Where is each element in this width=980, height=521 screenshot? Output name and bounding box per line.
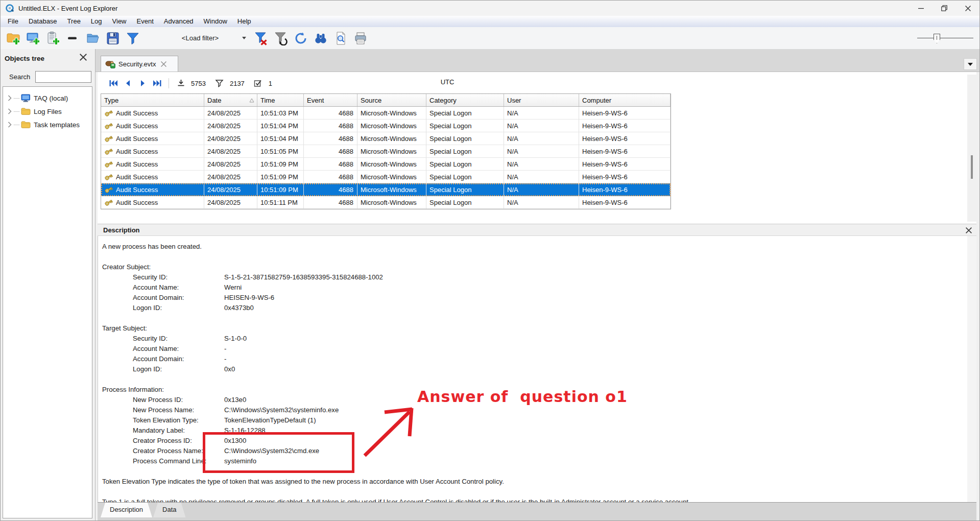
table-row[interactable]: Audit Success 24/08/2025 10:51:03 PM 468… <box>101 107 671 120</box>
find-button[interactable] <box>312 30 329 47</box>
table-row[interactable]: Audit Success 24/08/2025 10:51:04 PM 468… <box>101 120 671 132</box>
scrollbar-thumb[interactable] <box>971 155 973 179</box>
search-label: Search <box>9 73 30 81</box>
slider-thumb[interactable] <box>934 34 940 43</box>
table-row[interactable]: Audit Success 24/08/2025 10:51:05 PM 468… <box>101 145 671 158</box>
loaded-events-icon <box>174 78 187 88</box>
objects-tree-panel: Objects tree Search TAQ (local) Log File… <box>1 49 95 520</box>
clipboard-add-icon <box>46 31 60 45</box>
toolbar-zoom-slider[interactable] <box>917 37 973 39</box>
disable-filter-button[interactable] <box>272 30 290 47</box>
column-header-date[interactable]: Date <box>204 94 257 106</box>
menu-database[interactable]: Database <box>23 16 62 27</box>
filter-button[interactable] <box>124 30 141 47</box>
open-folder-icon <box>86 31 100 45</box>
slider-track <box>917 38 973 38</box>
table-header-row: Type Date Time Event Source Category Use… <box>101 94 671 107</box>
table-row[interactable]: Audit Success 24/08/2025 10:51:11 PM 468… <box>101 196 671 209</box>
objects-tree: TAQ (local) Log Files Task templates <box>3 86 92 518</box>
open-file-button[interactable] <box>84 30 102 47</box>
new-workspace-button[interactable] <box>5 30 22 47</box>
folder-icon <box>21 107 31 116</box>
column-header-time[interactable]: Time <box>257 94 304 106</box>
tree-item-taq-local[interactable]: TAQ (local) <box>3 91 92 105</box>
column-header-user[interactable]: User <box>504 94 579 106</box>
tree-item-log-files[interactable]: Log Files <box>3 105 92 118</box>
printer-icon <box>353 31 368 45</box>
column-header-category[interactable]: Category <box>426 94 504 106</box>
description-scrollbar[interactable] <box>967 236 976 503</box>
description-panel-header: Description <box>98 224 976 236</box>
menu-file[interactable]: File <box>3 16 23 27</box>
table-row[interactable]: Audit Success 24/08/2025 10:51:04 PM 468… <box>101 132 671 145</box>
computer-icon <box>21 93 31 103</box>
key-icon <box>104 134 113 143</box>
filtered-events-icon <box>213 78 226 88</box>
key-icon <box>104 160 113 169</box>
checked-events-icon <box>252 78 265 88</box>
filtered-events-count: 2137 <box>230 80 245 87</box>
tab-security-evtx[interactable]: Security.evtx <box>101 56 178 72</box>
chevron-right-icon[interactable] <box>7 122 12 128</box>
timezone-label: UTC <box>432 78 463 86</box>
tab-list-dropdown-button[interactable] <box>964 58 977 70</box>
filter-undo-icon <box>274 31 288 45</box>
events-table: Type Date Time Event Source Category Use… <box>101 93 671 209</box>
annotation-arrow <box>358 401 424 460</box>
log-navigation-bar: 5753 2137 1 UTC <box>98 75 976 92</box>
chevron-right-icon[interactable] <box>7 95 12 101</box>
next-event-button[interactable] <box>136 78 149 88</box>
events-scrollbar[interactable] <box>967 75 976 222</box>
menu-advanced[interactable]: Advanced <box>159 16 199 27</box>
table-row[interactable]: Audit Success 24/08/2025 10:51:09 PM 468… <box>101 171 671 183</box>
menu-log[interactable]: Log <box>86 16 107 27</box>
menu-help[interactable]: Help <box>232 16 256 27</box>
objects-tree-close-icon[interactable] <box>80 54 87 61</box>
description-intro: A new process has been created. <box>102 242 899 252</box>
sort-ascending-icon <box>249 98 254 103</box>
column-header-source[interactable]: Source <box>357 94 426 106</box>
print-button[interactable] <box>352 30 369 47</box>
key-icon <box>104 147 113 156</box>
tab-data[interactable]: Data <box>153 503 185 517</box>
column-header-event[interactable]: Event <box>304 94 357 106</box>
close-button[interactable] <box>956 1 979 16</box>
maximize-button[interactable] <box>933 1 956 16</box>
table-row[interactable]: Audit Success 24/08/2025 10:51:09 PM 468… <box>101 158 671 171</box>
key-icon <box>104 122 113 130</box>
clear-filter-button[interactable] <box>252 30 270 47</box>
tree-item-label: Log Files <box>34 108 62 115</box>
table-row-selected[interactable]: Audit Success 24/08/2025 10:51:09 PM 468… <box>101 183 671 196</box>
previous-event-button[interactable] <box>121 78 134 88</box>
menu-tree[interactable]: Tree <box>62 16 86 27</box>
key-icon <box>104 109 113 117</box>
refresh-button[interactable] <box>292 30 309 47</box>
folder-icon <box>21 120 31 129</box>
menu-window[interactable]: Window <box>199 16 232 27</box>
load-filter-combobox[interactable]: <Load filter> <box>158 32 249 45</box>
menu-event[interactable]: Event <box>132 16 159 27</box>
add-computer-button[interactable] <box>25 30 42 47</box>
description-close-icon[interactable] <box>966 227 972 233</box>
chevron-down-icon <box>242 37 246 39</box>
last-event-button[interactable] <box>151 78 164 88</box>
chevron-right-icon[interactable] <box>7 108 12 114</box>
tab-close-icon[interactable] <box>161 61 166 67</box>
description-panel-title: Description <box>103 226 140 234</box>
save-workspace-button[interactable] <box>104 30 122 47</box>
refresh-icon <box>294 31 308 45</box>
tree-item-task-templates[interactable]: Task templates <box>3 118 92 131</box>
search-input[interactable] <box>35 71 91 83</box>
tab-description[interactable]: Description <box>101 503 152 517</box>
minimize-button[interactable] <box>909 1 933 16</box>
remove-item-button[interactable] <box>64 30 82 47</box>
column-header-computer[interactable]: Computer <box>579 94 671 106</box>
first-event-button[interactable] <box>106 78 119 88</box>
menu-view[interactable]: View <box>107 16 132 27</box>
chevron-down-icon <box>968 63 973 66</box>
column-header-type[interactable]: Type <box>101 94 204 106</box>
add-log-button[interactable] <box>44 30 62 47</box>
section-heading: Target Subject: <box>102 323 899 334</box>
checked-events-count: 1 <box>269 80 272 87</box>
view-details-button[interactable] <box>332 30 349 47</box>
